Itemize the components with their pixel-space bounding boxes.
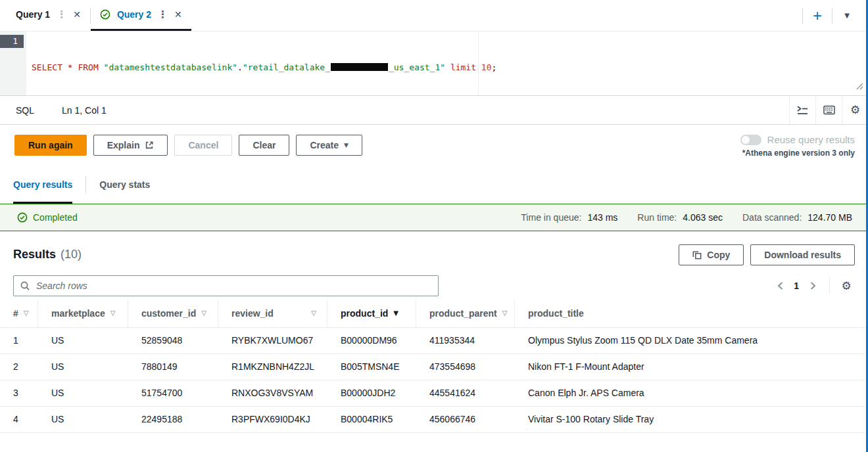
results-toolbar: 1 ⚙ bbox=[0, 273, 868, 299]
caret-down-icon: ▼ bbox=[344, 142, 349, 148]
tab-query-results[interactable]: Query results bbox=[13, 166, 72, 204]
reuse-results-toggle[interactable] bbox=[740, 135, 761, 145]
tab-query-1[interactable]: Query 1 ⋮ ✕ bbox=[7, 0, 90, 31]
query-metrics: Time in queue: 143 ms Run time: 4.063 se… bbox=[521, 212, 852, 223]
column-header-product_id[interactable]: product_id▼ bbox=[327, 299, 416, 327]
editor-resize-handle[interactable] bbox=[856, 81, 863, 93]
tab-query-2[interactable]: Query 2 ⋮ ✕ bbox=[91, 0, 191, 31]
run-again-button[interactable]: Run again bbox=[14, 135, 87, 156]
table-cell-review_id: RNXOG3V8VSYAM bbox=[218, 380, 327, 406]
table-cell-marketplace: US bbox=[38, 354, 128, 380]
sql-token-keyword: SELECT * FROM bbox=[32, 62, 104, 72]
column-header-label: product_id bbox=[341, 308, 388, 319]
external-link-icon bbox=[145, 141, 154, 150]
editor-mode-label: SQL bbox=[16, 105, 34, 116]
status-text: Completed bbox=[33, 212, 78, 223]
reuse-toggle-row: Reuse query results bbox=[740, 134, 855, 145]
tab-label: Query stats bbox=[99, 179, 150, 190]
download-results-button[interactable]: Download results bbox=[750, 244, 855, 265]
create-button[interactable]: Create ▼ bbox=[296, 135, 362, 156]
table-cell-review_id: R3PFWX69I0D4KJ bbox=[218, 407, 327, 432]
table-cell-product_title: Vivitar S-100 Rotary Slide Tray bbox=[515, 407, 868, 432]
tab-list-dropdown-icon[interactable]: ▼ bbox=[832, 12, 861, 19]
check-circle-icon bbox=[17, 212, 28, 223]
column-header-label: review_id bbox=[231, 308, 274, 319]
editor-gutter: 1 bbox=[0, 32, 26, 95]
sql-editor[interactable]: 1 SELECT * FROM "datameshtestdatabaselin… bbox=[0, 32, 868, 95]
editor-content[interactable]: SELECT * FROM "datameshtestdatabaselink"… bbox=[26, 32, 496, 95]
sort-icon: ▽ bbox=[110, 309, 116, 317]
column-header-label: product_parent bbox=[429, 308, 497, 319]
column-header-product_parent[interactable]: product_parent▽ bbox=[416, 299, 515, 327]
reuse-query-results-block: Reuse query results *Athena engine versi… bbox=[740, 133, 855, 158]
clear-button[interactable]: Clear bbox=[239, 135, 289, 156]
table-cell-review_id: R1MKZNBNH4Z2JL bbox=[218, 354, 327, 380]
sql-token-keyword: limit bbox=[450, 62, 476, 72]
column-header-review_id[interactable]: review_id▽ bbox=[218, 299, 327, 327]
tab-label: Query 1 bbox=[16, 9, 50, 20]
new-tab-button[interactable]: + bbox=[803, 8, 832, 24]
column-header-customer_id[interactable]: customer_id▽ bbox=[128, 299, 218, 327]
sql-token-string: "retail_datalake_ bbox=[243, 62, 330, 72]
results-tab-bar: Query results Query stats bbox=[0, 166, 868, 204]
table-cell-review_id: RYBK7XWLUMO67 bbox=[218, 328, 327, 353]
query-status-banner: Completed Time in queue: 143 ms Run time… bbox=[0, 204, 868, 231]
sql-token-plain bbox=[445, 62, 450, 72]
search-icon bbox=[20, 281, 30, 291]
results-header: Results (10) Copy Download results bbox=[0, 231, 868, 273]
column-header-marketplace[interactable]: marketplace▽ bbox=[38, 299, 128, 327]
sql-query-text: SELECT * FROM "datameshtestdatabaselink"… bbox=[32, 61, 496, 74]
explain-label: Explain bbox=[107, 140, 140, 150]
table-cell-num: 3 bbox=[0, 380, 38, 406]
metric-data-scanned: Data scanned: 124.70 MB bbox=[742, 212, 852, 223]
editor-settings-button[interactable]: ⚙ bbox=[842, 96, 868, 124]
table-row-1: 1US52859048RYBK7XWLUMO67B00000DM96411935… bbox=[0, 328, 868, 354]
query-tab-bar: Query 1 ⋮ ✕ Query 2 ⋮ ✕ + ▼ bbox=[0, 0, 868, 32]
kebab-menu-icon[interactable]: ⋮ bbox=[158, 10, 168, 20]
cursor-position: Ln 1, Col 1 bbox=[62, 105, 107, 116]
gear-icon: ⚙ bbox=[850, 104, 860, 116]
sql-token-string: "datameshtestdatabaselink" bbox=[104, 62, 238, 72]
query-actions: Run again Explain Cancel Clear Create ▼ … bbox=[0, 125, 868, 166]
tab-label: Query results bbox=[13, 179, 72, 190]
table-cell-product_id: B005TMSN4E bbox=[327, 354, 416, 380]
metric-time-in-queue: Time in queue: 143 ms bbox=[521, 212, 617, 223]
search-rows-input[interactable] bbox=[35, 280, 432, 292]
divider bbox=[85, 176, 86, 193]
table-cell-customer_id: 7880149 bbox=[128, 354, 218, 380]
kebab-menu-icon[interactable]: ⋮ bbox=[57, 10, 66, 20]
keyboard-shortcuts-button[interactable] bbox=[816, 96, 842, 124]
results-actions: Copy Download results bbox=[679, 244, 855, 265]
table-header-row: #▽marketplace▽customer_id▽review_id▽prod… bbox=[0, 299, 868, 328]
close-tab-icon[interactable]: ✕ bbox=[73, 10, 81, 19]
editor-tools: ⚙ bbox=[789, 96, 868, 124]
explain-button[interactable]: Explain bbox=[93, 135, 168, 156]
table-cell-product_title: Nikon FT-1 F-Mount Adapter bbox=[515, 354, 868, 380]
table-cell-num: 4 bbox=[0, 407, 38, 432]
cancel-button[interactable]: Cancel bbox=[174, 135, 232, 156]
table-cell-product_parent: 445541624 bbox=[416, 380, 515, 406]
print-margin-line bbox=[478, 32, 479, 95]
tab-query-stats[interactable]: Query stats bbox=[99, 166, 150, 204]
column-header-num[interactable]: #▽ bbox=[0, 299, 38, 327]
close-tab-icon[interactable]: ✕ bbox=[174, 10, 182, 19]
column-header-label: marketplace bbox=[51, 308, 105, 319]
column-header-product_title[interactable]: product_title bbox=[515, 299, 868, 327]
redacted-text bbox=[331, 63, 388, 71]
current-page-number[interactable]: 1 bbox=[794, 281, 799, 291]
copy-button[interactable]: Copy bbox=[679, 244, 744, 265]
column-header-label: # bbox=[13, 308, 18, 319]
table-preferences-button[interactable]: ⚙ bbox=[838, 277, 855, 294]
column-header-label: product_title bbox=[528, 308, 584, 319]
results-title: Results bbox=[13, 248, 56, 261]
table-cell-customer_id: 22495188 bbox=[128, 407, 218, 432]
reuse-toggle-label: Reuse query results bbox=[767, 134, 855, 145]
engine-version-note: *Athena engine version 3 only bbox=[742, 148, 855, 158]
tab-label: Query 2 bbox=[117, 9, 151, 20]
next-page-button[interactable] bbox=[804, 277, 821, 294]
format-query-button[interactable] bbox=[790, 96, 815, 124]
previous-page-button[interactable] bbox=[771, 277, 788, 294]
table-cell-num: 2 bbox=[0, 354, 38, 380]
sort-icon: ▽ bbox=[311, 309, 316, 317]
table-cell-product_parent: 473554698 bbox=[416, 354, 515, 380]
